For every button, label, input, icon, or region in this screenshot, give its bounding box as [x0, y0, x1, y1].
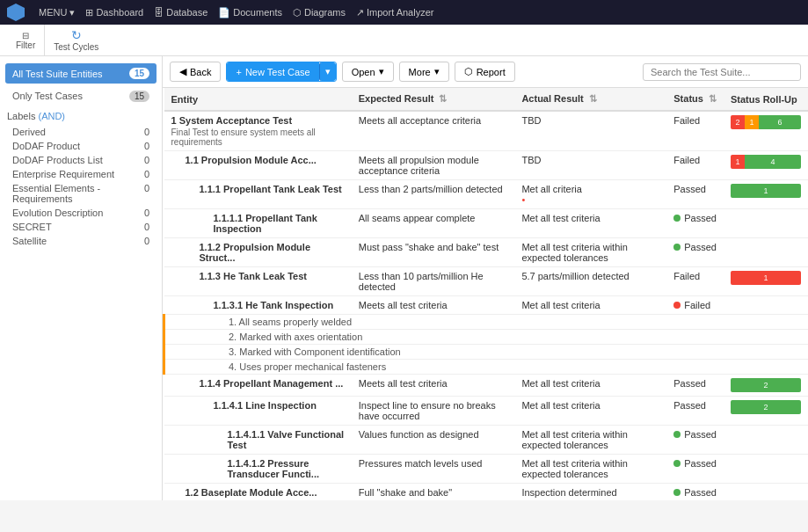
- entity-cell: 1.1.1 Propellant Tank Leak Test: [164, 180, 352, 209]
- col-actual[interactable]: Actual Result ⇅: [514, 88, 666, 111]
- actual-cell: Met all test criteria: [514, 296, 666, 315]
- col-expected[interactable]: Expected Result ⇅: [352, 88, 515, 111]
- app-logo[interactable]: [7, 4, 25, 21]
- diagrams-icon: ⬡: [293, 7, 302, 18]
- all-entities-button[interactable]: All Test Suite Entities 15: [5, 63, 157, 84]
- entity-cell: 1 System Acceptance TestFinal Test to en…: [164, 111, 352, 151]
- only-cases-row[interactable]: Only Test Cases 15: [0, 87, 162, 106]
- entity-cell: 1.1.1.1 Propellant Tank Inspection: [164, 209, 352, 238]
- table-row[interactable]: 1.1.3.1 He Tank Inspection Meets all tes…: [164, 296, 809, 315]
- status-cell: Passed: [666, 375, 724, 397]
- table-body: 1 System Acceptance TestFinal Test to en…: [164, 111, 809, 500]
- label-item[interactable]: DoDAF Product0: [7, 139, 155, 153]
- more-button[interactable]: More ▾: [399, 62, 449, 82]
- main-layout: All Test Suite Entities 15 Only Test Cas…: [0, 56, 808, 500]
- table-row[interactable]: 1.1.4.1 Line Inspection Inspect line to …: [164, 397, 809, 426]
- rollup-cell: 14: [724, 151, 808, 180]
- top-navigation: MENU ▾ ⊞ Dashboard 🗄 Database 📄 Document…: [0, 0, 808, 25]
- table-row[interactable]: 1.1 Propulsion Module Acc... Meets all p…: [164, 151, 809, 180]
- all-entities-label: All Test Suite Entities: [12, 69, 103, 79]
- label-item[interactable]: Enterprise Requirement0: [7, 167, 155, 181]
- table-row[interactable]: 1.1.1.1 Propellant Tank Inspection All s…: [164, 209, 809, 238]
- test-suite-table: Entity Expected Result ⇅ Actual Result ⇅…: [163, 88, 808, 500]
- entity-cell: 1.2 Baseplate Module Acce...: [164, 484, 352, 501]
- back-button[interactable]: ◀ Back: [170, 62, 221, 82]
- table-row[interactable]: 1.1.4 Propellant Management ... Meets al…: [164, 375, 809, 397]
- actual-cell: 5.7 parts/million detected: [514, 267, 666, 296]
- filter-label: Filter: [16, 40, 35, 50]
- expected-sort-icon: ⇅: [439, 93, 447, 104]
- actual-cell: Met all criteria•: [514, 180, 666, 209]
- label-item[interactable]: Satellite0: [7, 234, 155, 248]
- rollup-cell: [724, 455, 808, 484]
- table-row[interactable]: 1.2 Baseplate Module Acce... Full "shake…: [164, 484, 809, 501]
- rollup-cell: [724, 238, 808, 267]
- col-entity: Entity: [164, 88, 352, 111]
- status-cell: Passed: [666, 484, 724, 501]
- actual-cell: Met all test criteria within expected to…: [514, 238, 666, 267]
- nav-import-analyzer[interactable]: ↗ Import Analyzer: [356, 7, 433, 18]
- status-cell: Passed: [666, 238, 724, 267]
- nav-dashboard[interactable]: ⊞ Dashboard: [85, 7, 143, 18]
- label-item[interactable]: Essential Elements - Requirements0: [7, 181, 155, 206]
- report-button[interactable]: ⬡ Report: [455, 62, 515, 82]
- menu-button[interactable]: MENU ▾: [39, 7, 75, 18]
- table-row[interactable]: 1.1.4.1.2 Pressure Transducer Functi... …: [164, 455, 809, 484]
- status-sort-icon: ⇅: [709, 93, 717, 104]
- report-icon: ⬡: [464, 66, 473, 77]
- open-dropdown-icon: ▾: [379, 66, 384, 77]
- table-row[interactable]: 1.1.2 Propulsion Module Struct... Must p…: [164, 238, 809, 267]
- table-row[interactable]: 1 System Acceptance TestFinal Test to en…: [164, 111, 809, 151]
- actual-cell: TBD: [514, 111, 666, 151]
- status-cell: Failed: [666, 296, 724, 315]
- expected-cell: All seams appear complete: [352, 209, 515, 238]
- documents-icon: 📄: [218, 7, 230, 18]
- open-label: Open: [352, 67, 375, 77]
- new-test-case-group: + New Test Case ▾: [226, 62, 336, 82]
- expected-cell: Less than 10 parts/million He detected: [352, 267, 515, 296]
- label-items: Derived0DoDAF Product0DoDAF Products Lis…: [7, 125, 155, 248]
- content-area[interactable]: Entity Expected Result ⇅ Actual Result ⇅…: [163, 88, 808, 500]
- expected-cell: Values function as designed: [352, 426, 515, 455]
- content-toolbar: ◀ Back + New Test Case ▾ Open ▾ More ▾ ⬡: [163, 56, 808, 88]
- expected-cell: Must pass "shake and bake" test: [352, 238, 515, 267]
- entity-cell: 1.1.2 Propulsion Module Struct...: [164, 238, 352, 267]
- labels-and-link[interactable]: (AND): [38, 111, 65, 121]
- test-cycles-tab[interactable]: ↻ Test Cycles: [45, 25, 107, 55]
- expected-cell: Meets all test criteria: [352, 375, 515, 397]
- open-button[interactable]: Open ▾: [342, 62, 394, 82]
- new-test-case-button[interactable]: + New Test Case: [227, 62, 318, 81]
- label-item[interactable]: Derived0: [7, 125, 155, 139]
- rollup-cell: [724, 426, 808, 455]
- filter-button[interactable]: ⊟ Filter: [7, 25, 45, 55]
- col-status[interactable]: Status ⇅: [666, 88, 724, 111]
- table-row[interactable]: 1.1.4.1.1 Valve Functional Test Values f…: [164, 426, 809, 455]
- nav-database[interactable]: 🗄 Database: [154, 7, 207, 18]
- nav-diagrams[interactable]: ⬡ Diagrams: [293, 7, 346, 18]
- new-test-case-dropdown[interactable]: ▾: [319, 62, 336, 81]
- rollup-cell: [724, 484, 808, 501]
- actual-cell: Met all test criteria: [514, 397, 666, 426]
- dashboard-icon: ⊞: [85, 7, 93, 18]
- actual-cell: TBD: [514, 151, 666, 180]
- nav-documents[interactable]: 📄 Documents: [218, 7, 282, 18]
- label-item[interactable]: SECRET0: [7, 220, 155, 234]
- actual-sort-icon: ⇅: [589, 93, 597, 104]
- entity-cell: 1.1.4.1.1 Valve Functional Test: [164, 426, 352, 455]
- actual-cell: Inspection determined: [514, 484, 666, 501]
- rollup-cell: 2: [724, 375, 808, 397]
- table-row[interactable]: 1.1.3 He Tank Leak Test Less than 10 par…: [164, 267, 809, 296]
- search-input[interactable]: [643, 63, 801, 81]
- status-cell: Passed: [666, 397, 724, 426]
- expected-cell: Inspect line to ensure no breaks have oc…: [352, 397, 515, 426]
- table-row[interactable]: 1.1.1 Propellant Tank Leak Test Less tha…: [164, 180, 809, 209]
- expected-cell: Pressures match levels used: [352, 455, 515, 484]
- rollup-cell: 1: [724, 180, 808, 209]
- label-item[interactable]: DoDAF Products List0: [7, 153, 155, 167]
- status-cell: Failed: [666, 111, 724, 151]
- actual-cell: Met all test criteria: [514, 375, 666, 397]
- label-item[interactable]: Evolution Description0: [7, 206, 155, 220]
- new-test-case-label: New Test Case: [245, 67, 310, 77]
- expected-cell: Full "shake and bake": [352, 484, 515, 501]
- entity-cell: 1.1.4.1 Line Inspection: [164, 397, 352, 426]
